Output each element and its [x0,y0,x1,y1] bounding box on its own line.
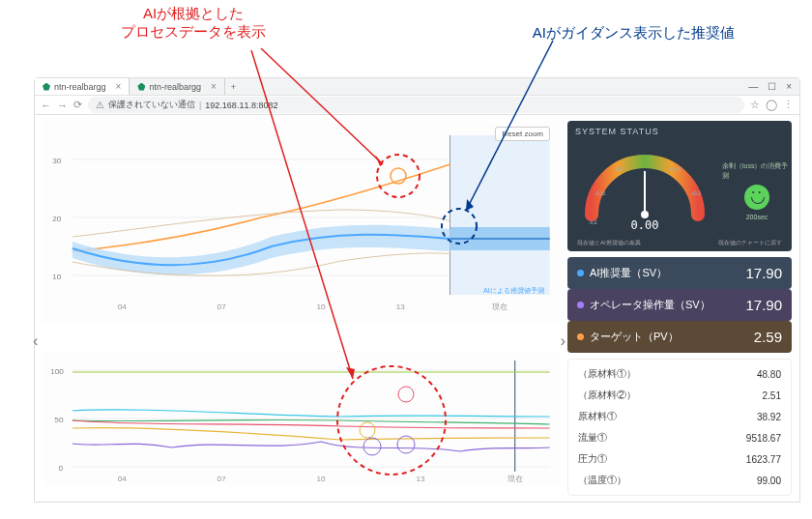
sensor-label: 流量① [578,432,607,443]
metric-value: 17.90 [745,297,782,313]
window-min-icon[interactable]: — [748,81,758,92]
svg-text:50: 50 [54,416,64,424]
sensor-list: （原材料①）48.80（原材料②）2.51原材料①38.92流量①9518.67… [567,359,792,496]
metric-row[interactable]: オペレータ操作量（SV）17.90 [567,289,792,321]
svg-text:30: 30 [52,157,62,165]
sensor-value: 2.51 [763,390,781,401]
url-field[interactable]: ⚠ 保護されていない通信 | 192.168.11.8:8082 [88,97,744,113]
sensor-value: 1623.77 [746,454,781,465]
url-warning: 保護されていない通信 [108,99,195,111]
sensor-row[interactable]: （温度①）99.00 [568,470,791,491]
window-close-icon[interactable]: × [786,81,792,92]
sensor-label: 圧力① [578,453,607,464]
svg-text:-0.2: -0.2 [589,219,597,225]
browser-tab-active[interactable]: ntn-realbargg × [35,78,130,95]
system-status-panel: SYSTEM STATUS -0.2 [567,121,792,251]
svg-point-34 [641,211,649,218]
sensor-value: 38.92 [757,412,781,422]
metric-label: オペレータ操作量（SV） [590,299,710,310]
svg-text:20: 20 [52,215,62,223]
sensor-row[interactable]: （原材料①）48.80 [568,363,791,385]
svg-text:-0.15: -0.15 [594,190,606,196]
browser-tab-inactive[interactable]: ntn-realbargg × [130,78,224,95]
star-icon[interactable]: ☆ [750,99,760,111]
reset-zoom-button[interactable]: Reset zoom [495,127,550,141]
close-tab-icon[interactable]: × [116,81,122,92]
series-dot-icon [577,302,584,308]
svg-text:AIによる推奨値予測: AIによる推奨値予測 [483,287,545,295]
svg-text:07: 07 [218,475,227,483]
chart-next-button[interactable]: › [561,332,566,350]
favicon-icon [137,83,145,91]
metric-label: ターゲット（PV） [590,331,679,342]
gauge-left-label: 現在値とAI推奨値の差異 [577,239,641,247]
tab-title: ntn-realbargg [54,82,106,92]
sensor-row[interactable]: 流量①9518.67 [568,427,791,448]
gauge-chart: -0.2 -0.15 -0.07 +0.15 +0.2 0.00 [567,142,722,239]
smiley-icon [744,185,769,210]
main-chart[interactable]: Reset zoom 30 20 10 [43,121,560,324]
annotation-left: AIが根拠としたプロセスデータを表示 [121,5,266,42]
series-dot-icon [577,333,584,340]
favicon-icon [43,83,50,91]
svg-text:10: 10 [316,303,326,311]
browser-tabstrip: ntn-realbargg × ntn-realbargg × + — ☐ × [35,78,799,96]
svg-text:現在: 現在 [508,475,523,483]
sensor-value: 48.80 [757,369,781,380]
sensor-label: （原材料①） [578,368,636,379]
profile-icon[interactable]: ◯ [766,99,777,111]
sensor-label: （原材料②） [578,389,636,400]
svg-text:13: 13 [416,475,425,483]
svg-text:10: 10 [316,475,326,483]
metric-value: 17.90 [745,265,782,281]
gauge-side-label: 余剰（loss）の消費予測 [722,161,792,181]
browser-window: ntn-realbargg × ntn-realbargg × + — ☐ × … [34,77,800,503]
sensor-value: 99.00 [757,476,781,486]
svg-text:0: 0 [58,464,63,473]
close-tab-icon[interactable]: × [211,81,217,92]
forward-icon[interactable]: → [57,100,68,111]
sensor-label: 原材料① [578,411,617,421]
new-tab-button[interactable]: + [225,82,242,92]
sensor-row[interactable]: 圧力①1623.77 [568,448,791,470]
sensor-label: （温度①） [578,475,626,485]
svg-text:0.00: 0.00 [631,218,659,232]
annotation-right: AIがガイダンス表示した推奨値 [533,24,735,43]
sensor-row[interactable]: （原材料②）2.51 [568,385,791,406]
insecure-icon: ⚠ [96,100,104,110]
back-icon[interactable]: ← [41,100,51,111]
sensor-row[interactable]: 原材料①38.92 [568,406,791,427]
process-chart[interactable]: 100 50 0 04 [43,351,560,486]
series-dot-icon [577,270,584,276]
metric-value: 2.59 [754,329,782,345]
menu-icon[interactable]: ⋮ [783,99,794,111]
panel-title: SYSTEM STATUS [567,121,792,142]
url-text: 192.168.11.8:8082 [205,101,277,110]
gauge-side-value: 200sec [746,214,768,220]
sensor-value: 9518.67 [746,433,781,444]
svg-text:07: 07 [218,303,227,311]
svg-text:04: 04 [118,475,128,483]
svg-text:+0.2: +0.2 [691,190,701,196]
browser-addressbar: ← → ⟳ ⚠ 保護されていない通信 | 192.168.11.8:8082 ☆… [35,96,799,115]
chart-prev-button[interactable]: ‹ [33,332,38,350]
svg-text:13: 13 [396,303,406,311]
gauge-right-label[interactable]: 現在値のチャートに戻す [718,239,782,247]
svg-text:100: 100 [50,367,64,376]
svg-rect-7 [450,135,550,295]
window-max-icon[interactable]: ☐ [768,81,776,92]
svg-text:+0.15: +0.15 [669,166,682,172]
tab-title: ntn-realbargg [149,82,201,92]
metric-row[interactable]: ターゲット（PV）2.59 [567,321,792,353]
svg-text:現在: 現在 [492,303,508,311]
metric-label: AI推奨量（SV） [590,267,667,278]
metric-row[interactable]: AI推奨量（SV）17.90 [567,257,792,289]
svg-text:10: 10 [52,273,62,281]
reload-icon[interactable]: ⟳ [73,99,82,111]
svg-text:04: 04 [118,303,128,311]
svg-text:-0.07: -0.07 [614,166,625,172]
